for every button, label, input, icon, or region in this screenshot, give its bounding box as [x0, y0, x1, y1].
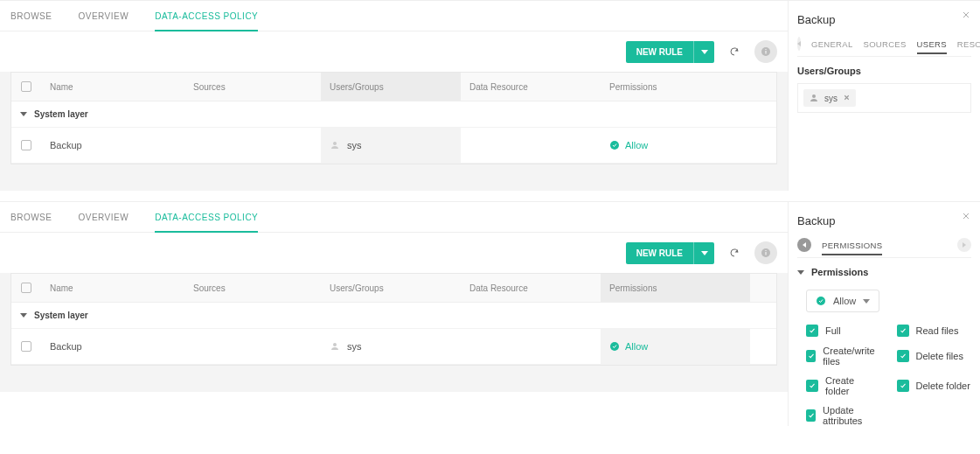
- checkbox-checked-icon: [806, 350, 816, 362]
- tab-data-access-policy[interactable]: DATA-ACCESS POLICY: [155, 209, 258, 233]
- info-button[interactable]: [754, 241, 777, 264]
- perm-delete-folder[interactable]: Delete folder: [897, 375, 972, 396]
- col-users-groups[interactable]: Users/Groups: [321, 73, 461, 101]
- col-permissions[interactable]: Permissions: [601, 73, 750, 101]
- perm-create-folder[interactable]: Create folder: [806, 375, 881, 396]
- col-users-groups[interactable]: Users/Groups: [321, 274, 461, 302]
- svg-rect-1: [766, 51, 767, 54]
- panel-users: BROWSE OVERVIEW DATA-ACCESS POLICY NEW R…: [0, 0, 980, 191]
- tab-browse[interactable]: BROWSE: [10, 8, 52, 31]
- side-title: Backup: [797, 10, 971, 37]
- new-rule-group: NEW RULE: [626, 41, 714, 63]
- table-header: Name Sources Users/Groups Data Resource …: [11, 73, 776, 101]
- side-tab-sources[interactable]: SOURCES: [864, 39, 907, 49]
- user-icon: [330, 341, 340, 352]
- side-tab-resources[interactable]: RESOURCES: [957, 39, 980, 49]
- tab-browse[interactable]: BROWSE: [10, 209, 52, 232]
- perm-create-write[interactable]: Create/write files: [806, 346, 881, 367]
- row-user: sys: [347, 341, 362, 352]
- users-groups-input[interactable]: sys: [797, 83, 971, 113]
- tab-overview[interactable]: OVERVIEW: [78, 209, 129, 232]
- col-data-resource[interactable]: Data Resource: [461, 73, 601, 101]
- group-row[interactable]: System layer: [11, 101, 776, 128]
- svg-point-10: [610, 342, 619, 351]
- side-tab-prev[interactable]: [797, 238, 811, 252]
- side-panel-users: Backup GENERAL SOURCES USERS RESOURCES U…: [788, 1, 980, 191]
- new-rule-button[interactable]: NEW RULE: [626, 242, 693, 264]
- info-icon: [761, 46, 771, 57]
- chevron-down-icon: [701, 50, 708, 54]
- row-checkbox[interactable]: [21, 341, 31, 352]
- panel-permissions: BROWSE OVERVIEW DATA-ACCESS POLICY NEW R…: [0, 201, 980, 426]
- chevron-down-icon: [20, 313, 27, 318]
- table-row[interactable]: Backup sys Allow: [11, 329, 776, 365]
- side-tab-users[interactable]: USERS: [917, 39, 947, 54]
- user-icon: [809, 93, 819, 103]
- permissions-section-label: Permissions: [811, 267, 868, 277]
- chevron-down-icon: [20, 112, 27, 116]
- users-groups-label: Users/Groups: [797, 66, 971, 76]
- col-data-resource[interactable]: Data Resource: [461, 274, 601, 302]
- refresh-button[interactable]: [723, 40, 746, 63]
- info-icon: [761, 248, 771, 258]
- col-name[interactable]: Name: [41, 73, 184, 101]
- close-icon: [843, 94, 851, 101]
- check-circle-icon: [609, 341, 620, 352]
- chevron-right-icon: [963, 242, 966, 248]
- side-tabs: GENERAL SOURCES USERS RESOURCES: [797, 37, 971, 57]
- new-rule-dropdown[interactable]: [693, 41, 714, 63]
- refresh-icon: [729, 46, 740, 57]
- perm-read-files[interactable]: Read files: [897, 325, 972, 337]
- user-icon: [330, 140, 340, 150]
- remove-tag-button[interactable]: [843, 94, 851, 103]
- perm-full[interactable]: Full: [806, 325, 881, 337]
- checkbox-checked-icon: [806, 380, 818, 392]
- side-panel-permissions: Backup PERMISSIONS Permissions Allow Ful…: [788, 202, 980, 426]
- chevron-down-icon[interactable]: [797, 270, 804, 275]
- main-tabs: BROWSE OVERVIEW DATA-ACCESS POLICY: [0, 1, 788, 31]
- new-rule-dropdown[interactable]: [693, 242, 714, 264]
- refresh-button[interactable]: [723, 241, 746, 264]
- side-tab-prev[interactable]: [797, 37, 801, 51]
- group-row[interactable]: System layer: [11, 303, 776, 329]
- close-button[interactable]: [961, 211, 971, 223]
- col-sources[interactable]: Sources: [184, 274, 321, 302]
- check-circle-icon: [816, 296, 826, 306]
- side-tabs: PERMISSIONS: [797, 238, 971, 258]
- checkbox-checked-icon: [897, 350, 909, 362]
- perm-update-attrs[interactable]: Update attributes: [806, 405, 881, 426]
- svg-point-9: [333, 343, 337, 346]
- col-name[interactable]: Name: [41, 274, 184, 302]
- side-tab-permissions[interactable]: PERMISSIONS: [822, 241, 882, 255]
- col-permissions[interactable]: Permissions: [601, 274, 750, 302]
- side-title: Backup: [797, 211, 971, 238]
- select-all-checkbox[interactable]: [21, 81, 31, 92]
- permission-type-select[interactable]: Allow: [806, 290, 879, 312]
- checkbox-checked-icon: [897, 380, 909, 392]
- table-header: Name Sources Users/Groups Data Resource …: [11, 274, 776, 303]
- row-checkbox[interactable]: [21, 140, 31, 150]
- col-sources[interactable]: Sources: [184, 73, 321, 101]
- info-button[interactable]: [754, 40, 777, 63]
- group-label: System layer: [34, 311, 88, 320]
- checkbox-checked-icon: [897, 325, 909, 337]
- table-row[interactable]: Backup sys Allow: [11, 128, 776, 164]
- permission-type-label: Allow: [833, 296, 856, 306]
- select-all-checkbox[interactable]: [21, 283, 31, 293]
- tab-data-access-policy[interactable]: DATA-ACCESS POLICY: [155, 8, 258, 31]
- side-tab-general[interactable]: GENERAL: [811, 39, 853, 49]
- perm-delete-files[interactable]: Delete files: [897, 346, 972, 367]
- svg-rect-2: [766, 49, 767, 50]
- close-button[interactable]: [961, 10, 971, 22]
- row-user: sys: [347, 140, 362, 150]
- svg-rect-8: [766, 250, 767, 251]
- user-tag-label: sys: [824, 94, 838, 103]
- side-tab-next[interactable]: [957, 238, 971, 252]
- close-icon: [961, 211, 971, 221]
- permission-badge: Allow: [609, 341, 648, 352]
- svg-point-4: [610, 141, 619, 150]
- tab-overview[interactable]: OVERVIEW: [78, 8, 129, 31]
- new-rule-button[interactable]: NEW RULE: [626, 41, 693, 63]
- permission-badge: Allow: [609, 140, 648, 150]
- permissions-list: Full Read files Create/write files Delet…: [797, 325, 971, 426]
